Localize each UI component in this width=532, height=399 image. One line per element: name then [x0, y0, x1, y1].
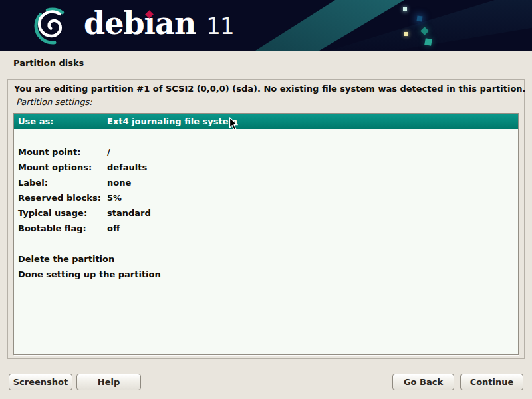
- settings-row[interactable]: Use as:Ext4 journaling file system: [14, 114, 518, 129]
- row-value: defaults: [107, 160, 147, 175]
- banner-navy-band: [0, 0, 532, 51]
- settings-row[interactable]: Typical usage:standard: [14, 205, 518, 221]
- partition-edit-message: You are editing partition #1 of SCSI2 (0…: [14, 84, 526, 94]
- settings-row[interactable]: Reserved blocks:5%: [14, 190, 518, 205]
- row-value: Ext4 journaling file system: [107, 114, 237, 129]
- screenshot-button[interactable]: Screenshot: [9, 374, 72, 390]
- row-label: Mount point:: [18, 144, 80, 160]
- settings-row[interactable]: Mount options:defaults: [14, 160, 518, 175]
- row-label: Typical usage:: [18, 205, 87, 221]
- row-value: 5%: [107, 190, 122, 205]
- wordmark-text: debıan: [84, 0, 196, 47]
- settings-row-spacer: [14, 129, 518, 144]
- mouse-cursor-icon: [229, 117, 239, 131]
- settings-row[interactable]: Done setting up the partition: [14, 267, 518, 282]
- row-label: Mount options:: [18, 160, 92, 175]
- row-value: /: [107, 144, 110, 160]
- settings-row[interactable]: Mount point:/: [14, 144, 518, 160]
- settings-row[interactable]: Bootable flag:off: [14, 221, 518, 236]
- row-value: off: [107, 221, 120, 236]
- banner-decoration-square: [424, 38, 432, 46]
- banner-decoration-square: [416, 15, 422, 21]
- content-frame: You are editing partition #1 of SCSI2 (0…: [7, 79, 525, 359]
- help-button[interactable]: Help: [76, 374, 141, 390]
- row-label: Label:: [18, 175, 48, 190]
- debian-version: 11: [206, 13, 233, 39]
- row-label: Bootable flag:: [18, 221, 86, 236]
- settings-row[interactable]: Label:none: [14, 175, 518, 190]
- go-back-button[interactable]: Go Back: [392, 374, 454, 390]
- row-value: standard: [107, 205, 151, 221]
- banner-decoration-square: [404, 32, 408, 36]
- debian-wordmark: debıan 11: [84, 0, 234, 51]
- row-value: none: [107, 175, 131, 190]
- partition-settings-label: Partition settings:: [16, 97, 92, 107]
- settings-row[interactable]: Delete the partition: [14, 251, 518, 267]
- debian-installer-window: debıan 11 Partition disks You are editin…: [0, 0, 532, 399]
- row-label: Reserved blocks:: [18, 190, 101, 205]
- partition-settings-list[interactable]: Use as:Ext4 journaling file systemMount …: [13, 113, 519, 355]
- continue-button[interactable]: Continue: [460, 374, 523, 390]
- debian-swirl-icon: [31, 3, 74, 47]
- row-label: Delete the partition: [18, 251, 114, 267]
- banner-decoration-square: [403, 7, 407, 11]
- row-label: Use as:: [18, 114, 53, 129]
- settings-row-spacer: [14, 236, 518, 251]
- banner: debıan 11: [0, 0, 532, 51]
- page-title: Partition disks: [13, 58, 84, 68]
- row-label: Done setting up the partition: [18, 267, 161, 282]
